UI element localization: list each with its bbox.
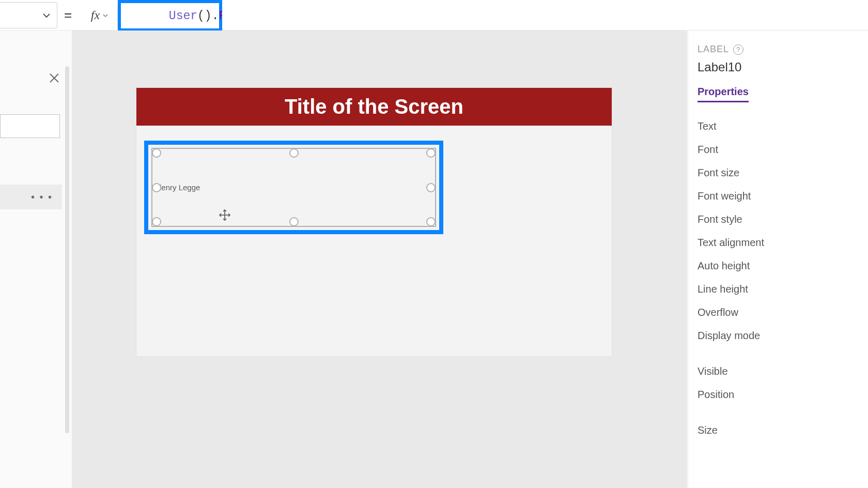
prop-size[interactable]: Size [698, 419, 868, 442]
prop-visible[interactable]: Visible [698, 360, 868, 383]
prop-display-mode[interactable]: Display mode [698, 324, 868, 347]
chevron-down-icon [41, 10, 52, 21]
chevron-down-icon [102, 12, 109, 19]
selected-label-highlight: lenry Legge [144, 141, 443, 234]
prop-overflow[interactable]: Overflow [698, 301, 868, 324]
formula-token-parens: () [197, 9, 212, 23]
properties-list: Text Font Font size Font weight Font sty… [698, 115, 868, 442]
formula-bar-remainder[interactable] [222, 2, 868, 28]
screen-title-text: Title of the Screen [285, 95, 463, 118]
prop-text[interactable]: Text [698, 115, 868, 138]
panel-heading-row: LABEL ? [698, 44, 868, 55]
formula-bar: = fx User().FullName [0, 0, 868, 30]
formula-token-dot: . [212, 9, 219, 23]
tab-properties[interactable]: Properties [698, 86, 749, 102]
formula-token-user: User [169, 9, 197, 23]
label-control-text: lenry Legge [160, 183, 200, 192]
prop-font[interactable]: Font [698, 138, 868, 161]
canvas-area[interactable]: Title of the Screen lenry Legge [72, 30, 687, 488]
prop-font-style[interactable]: Font style [698, 208, 868, 231]
resize-handle-tr[interactable] [426, 148, 436, 158]
tree-search-input[interactable] [0, 114, 60, 138]
resize-handle-tm[interactable] [289, 148, 299, 158]
close-icon [48, 72, 60, 84]
tree-scrollbar[interactable] [65, 66, 69, 433]
close-panel-button[interactable] [45, 69, 63, 87]
prop-font-weight[interactable]: Font weight [698, 185, 868, 208]
properties-panel: LABEL ? Label10 Properties Text Font Fon… [688, 30, 868, 488]
resize-handle-ml[interactable] [152, 183, 161, 192]
equals-sign: = [64, 0, 72, 30]
resize-handle-bm[interactable] [289, 217, 299, 226]
row-ellipsis: • • • [31, 191, 53, 203]
fx-button[interactable]: fx [83, 2, 118, 28]
screen-title-bar: Title of the Screen [136, 88, 612, 126]
prop-auto-height[interactable]: Auto height [698, 254, 868, 278]
selected-control-name: Label10 [698, 60, 868, 74]
move-cursor-icon [219, 209, 231, 221]
resize-handle-bl[interactable] [152, 217, 161, 226]
fx-label: fx [91, 8, 100, 22]
label-control[interactable]: lenry Legge [151, 148, 436, 227]
tree-selected-row[interactable]: • • • [0, 185, 62, 209]
tree-view-panel: • • • [0, 30, 72, 488]
panel-tabs: Properties [698, 86, 868, 102]
prop-font-size[interactable]: Font size [698, 161, 868, 185]
prop-line-height[interactable]: Line height [698, 278, 868, 301]
prop-text-alignment[interactable]: Text alignment [698, 231, 868, 254]
formula-input-highlight: User().FullName [118, 0, 222, 32]
help-icon[interactable]: ? [733, 44, 743, 55]
panel-heading: LABEL [698, 44, 729, 55]
resize-handle-br[interactable] [426, 217, 436, 226]
resize-handle-tl[interactable] [152, 148, 161, 158]
prop-position[interactable]: Position [698, 383, 868, 406]
resize-handle-mr[interactable] [426, 183, 436, 192]
property-dropdown[interactable] [0, 2, 57, 28]
